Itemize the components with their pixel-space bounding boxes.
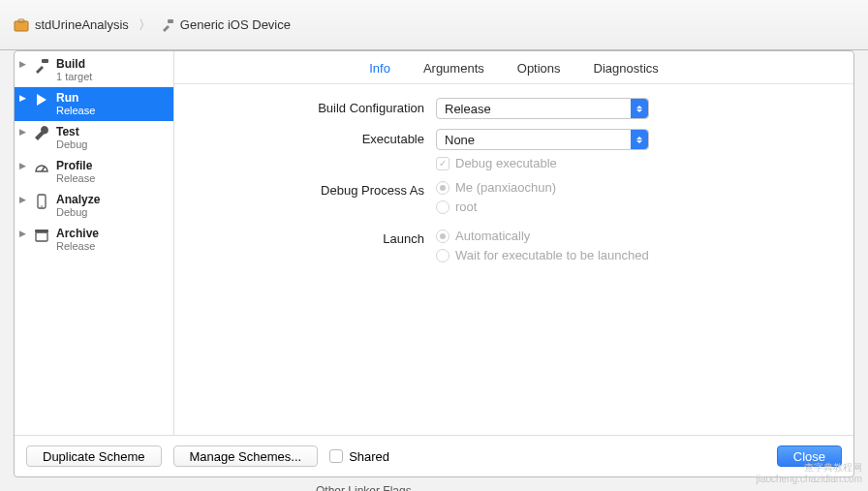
disclosure-triangle-icon[interactable]: ▶ [18,91,27,103]
sidebar-item-title: Build [56,57,92,71]
sidebar-item-subtitle: Release [56,105,95,117]
build-configuration-value: Release [445,102,491,116]
build-configuration-select[interactable]: Release [436,98,649,119]
shared-label: Shared [349,449,389,464]
sidebar-item-title: Profile [56,159,95,172]
checkbox-icon [436,157,450,170]
sidebar-item-analyze[interactable]: ▶ AnalyzeDebug [15,189,173,223]
disclosure-triangle-icon[interactable]: ▶ [18,227,27,238]
sidebar-item-run[interactable]: ▶ RunRelease [15,87,173,121]
tab-diagnostics[interactable]: Diagnostics [594,61,659,76]
debug-process-as-label: Debug Process As [194,180,436,198]
sheet-footer: Duplicate Scheme Manage Schemes... Share… [15,435,853,476]
radio-icon [436,230,450,243]
hammer-icon [161,18,174,32]
radio-icon [436,249,450,262]
shared-checkbox[interactable]: Shared [329,449,389,464]
launch-wait-label: Wait for executable to be launched [455,248,649,262]
tab-info[interactable]: Info [369,61,390,76]
background-build-setting-label: Other Linker Flags [316,484,412,491]
breadcrumb-target[interactable]: Generic iOS Device [161,17,291,32]
dropdown-arrow-icon [631,130,648,149]
svg-point-6 [41,205,43,207]
sidebar-item-subtitle: 1 target [56,71,92,83]
sidebar-item-test[interactable]: ▶ TestDebug [15,121,173,155]
sheet-body: ▶ Build1 target ▶ RunRelease ▶ TestDebug… [15,51,853,435]
sidebar-item-subtitle: Release [56,240,99,253]
disclosure-triangle-icon[interactable]: ▶ [18,193,27,204]
dropdown-arrow-icon [631,99,648,118]
debug-process-root-radio: root [436,199,834,214]
sidebar-item-build[interactable]: ▶ Build1 target [15,53,173,87]
scheme-editor-sheet: ▶ Build1 target ▶ RunRelease ▶ TestDebug… [14,50,854,477]
tab-arguments[interactable]: Arguments [423,61,484,76]
launch-automatically-label: Automatically [455,229,530,243]
svg-rect-3 [42,59,48,63]
manage-schemes-button[interactable]: Manage Schemes... [173,445,319,467]
gauge-icon [33,159,50,175]
launch-wait-radio: Wait for executable to be launched [436,248,834,262]
executable-value: None [445,133,475,147]
checkbox-icon [329,449,343,463]
scheme-action-sidebar: ▶ Build1 target ▶ RunRelease ▶ TestDebug… [15,51,174,435]
breadcrumb-project-label: stdUrineAnalysis [35,17,129,32]
svg-rect-7 [36,232,47,241]
disclosure-triangle-icon[interactable]: ▶ [18,125,27,137]
briefcase-icon [14,18,29,32]
debug-process-me-label: Me (panxiaochun) [455,180,556,195]
debug-process-root-label: root [455,199,477,214]
build-configuration-label: Build Configuration [194,98,436,115]
breadcrumb-project[interactable]: stdUrineAnalysis [14,17,129,32]
debug-executable-checkbox: Debug executable [436,156,834,170]
sidebar-item-title: Run [56,91,95,105]
archive-box-icon [33,227,50,243]
scheme-toolbar: stdUrineAnalysis 〉 Generic iOS Device [0,0,868,50]
launch-label: Launch [194,229,436,246]
wrench-icon [33,125,50,141]
tab-options[interactable]: Options [517,61,561,76]
device-icon [33,193,50,209]
detail-tabs: Info Arguments Options Diagnostics [174,51,853,84]
debug-process-me-radio: Me (panxiaochun) [436,180,834,195]
sidebar-item-subtitle: Release [56,172,95,185]
debug-executable-label: Debug executable [455,156,557,170]
executable-select[interactable]: None [436,129,649,150]
sidebar-item-title: Analyze [56,193,100,206]
duplicate-scheme-button[interactable]: Duplicate Scheme [26,445,162,467]
play-icon [33,91,50,107]
sidebar-item-archive[interactable]: ▶ ArchiveRelease [15,223,173,257]
svg-rect-2 [168,19,173,23]
sidebar-item-subtitle: Debug [56,206,100,219]
close-button[interactable]: Close [777,445,842,467]
sidebar-item-title: Archive [56,227,99,240]
detail-pane: Info Arguments Options Diagnostics Build… [174,51,853,435]
breadcrumb-target-label: Generic iOS Device [180,17,291,32]
svg-rect-8 [35,230,48,232]
launch-automatically-radio: Automatically [436,229,834,243]
sidebar-item-title: Test [56,125,87,138]
chevron-right-icon: 〉 [139,16,151,34]
hammer-icon [33,57,50,74]
disclosure-triangle-icon[interactable]: ▶ [18,159,27,170]
sidebar-item-subtitle: Debug [56,138,87,151]
sidebar-item-profile[interactable]: ▶ ProfileRelease [15,155,173,189]
disclosure-triangle-icon[interactable]: ▶ [18,57,27,69]
radio-icon [436,181,450,195]
info-form: Build Configuration Release Executable N… [174,84,853,291]
radio-icon [436,200,450,214]
executable-label: Executable [194,129,436,146]
